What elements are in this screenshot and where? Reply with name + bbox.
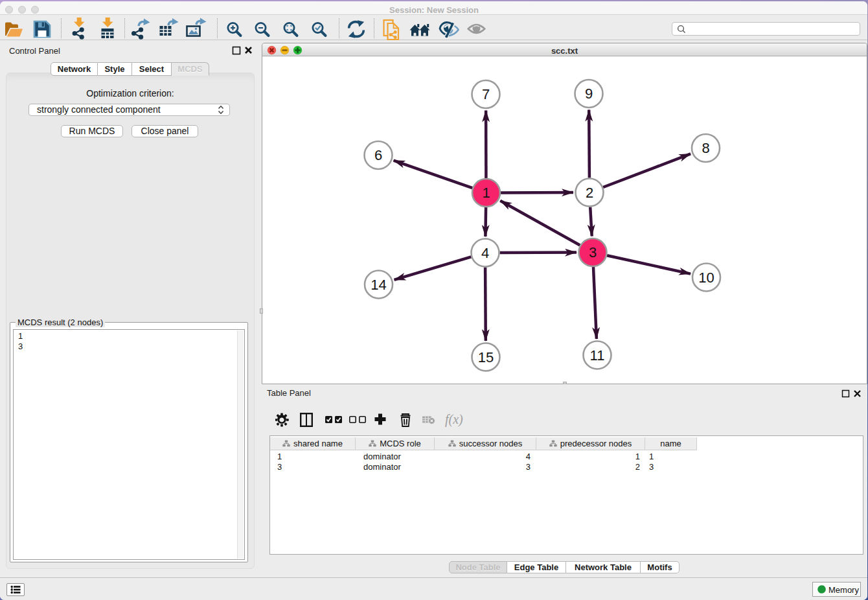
svg-text:1: 1: [482, 185, 490, 201]
svg-text:8: 8: [702, 140, 709, 156]
svg-text:7: 7: [482, 86, 490, 102]
svg-text:9: 9: [585, 86, 593, 102]
svg-text:6: 6: [374, 147, 382, 163]
svg-text:14: 14: [371, 277, 386, 293]
svg-text:f(x): f(x): [445, 413, 463, 427]
svg-text:15: 15: [478, 349, 494, 365]
svg-text:3: 3: [589, 244, 597, 260]
svg-text:10: 10: [698, 270, 714, 286]
svg-text:11: 11: [590, 347, 605, 363]
svg-text:4: 4: [481, 245, 489, 261]
svg-text:2: 2: [586, 185, 593, 201]
